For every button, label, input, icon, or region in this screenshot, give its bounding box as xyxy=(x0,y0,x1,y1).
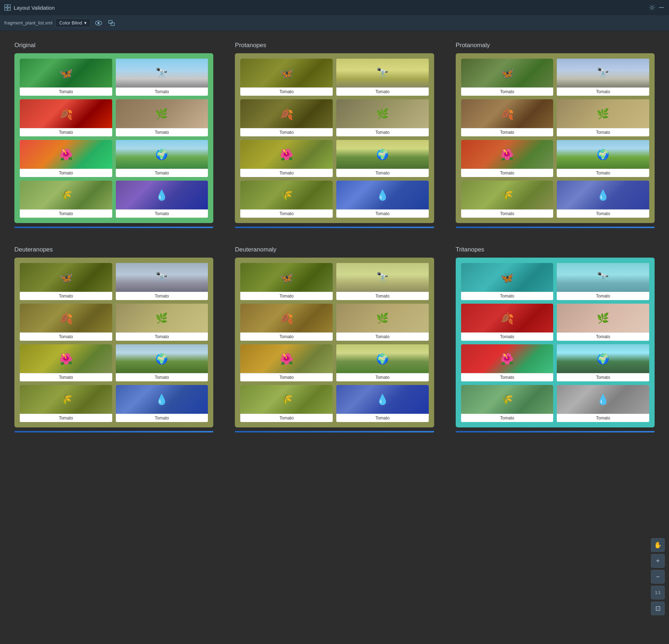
one-to-one-button[interactable]: 1:1 xyxy=(651,586,665,599)
img-card-original-row3-B[interactable]: Tomato xyxy=(116,181,208,218)
title-bar-left: Layout Validation xyxy=(4,4,55,11)
img-thumb-tritanopes-row2-B xyxy=(557,344,649,373)
img-card-deuteranopes-row2-B[interactable]: Tomato xyxy=(116,344,208,381)
settings-icon[interactable] xyxy=(649,4,655,11)
img-thumb-deuteranopes-row3-A xyxy=(20,385,112,414)
img-label-protanopes-row2-B: Tomato xyxy=(336,169,429,177)
img-card-deuteranopes-row1-B[interactable]: Tomato xyxy=(116,304,208,341)
img-label-tritanopes-row1-A: Tomato xyxy=(461,332,554,341)
copy-layout-button[interactable] xyxy=(106,18,117,28)
img-thumb-tritanopes-row2-A xyxy=(461,344,554,373)
img-card-protanomaly-row1-B[interactable]: Tomato xyxy=(557,99,649,136)
img-label-deuteranopes-row2-A: Tomato xyxy=(20,373,112,381)
svg-rect-3 xyxy=(8,8,10,10)
img-card-tritanopes-row2-B[interactable]: Tomato xyxy=(557,344,649,381)
img-label-deuteranomaly-row0-B: Tomato xyxy=(336,292,429,300)
img-card-deuteranomaly-row2-A[interactable]: Tomato xyxy=(240,344,333,381)
img-card-protanopes-row3-B[interactable]: Tomato xyxy=(336,181,429,218)
img-label-deuteranopes-row3-B: Tomato xyxy=(116,414,208,422)
panel-deuteranomaly: DeuteranomalyTomatoTomatoTomatoTomatoTom… xyxy=(235,246,434,432)
img-card-protanopes-row2-A[interactable]: Tomato xyxy=(240,140,333,177)
scroll-indicator-original xyxy=(14,227,213,228)
visibility-toggle-button[interactable] xyxy=(94,19,104,27)
img-thumb-protanopes-row1-B xyxy=(336,99,429,128)
img-card-deuteranopes-row3-A[interactable]: Tomato xyxy=(20,385,112,422)
img-label-protanomaly-row1-B: Tomato xyxy=(557,128,649,136)
fit-icon: ⊡ xyxy=(655,604,661,612)
img-card-tritanopes-row1-B[interactable]: Tomato xyxy=(557,304,649,341)
img-thumb-original-row2-B xyxy=(116,140,208,169)
minimize-icon[interactable] xyxy=(658,4,665,11)
title-bar-right xyxy=(649,4,665,11)
img-card-original-row2-B[interactable]: Tomato xyxy=(116,140,208,177)
img-thumb-protanomaly-row3-A xyxy=(461,181,554,209)
img-card-deuteranopes-row2-A[interactable]: Tomato xyxy=(20,344,112,381)
img-label-deuteranopes-row1-A: Tomato xyxy=(20,332,112,341)
img-card-deuteranopes-row0-A[interactable]: Tomato xyxy=(20,263,112,300)
panel-original: OriginalTomatoTomatoTomatoTomatoTomatoTo… xyxy=(14,42,213,228)
img-thumb-original-row1-A xyxy=(20,99,112,128)
img-thumb-deuteranomaly-row1-A xyxy=(240,304,333,332)
img-label-protanopes-row1-B: Tomato xyxy=(336,128,429,136)
panel-frame-original: TomatoTomatoTomatoTomatoTomatoTomatoToma… xyxy=(14,53,213,223)
img-thumb-deuteranopes-row0-A xyxy=(20,263,112,292)
img-card-deuteranomaly-row0-A[interactable]: Tomato xyxy=(240,263,333,300)
img-card-protanopes-row0-A[interactable]: Tomato xyxy=(240,59,333,96)
zoom-in-button[interactable]: + xyxy=(651,554,665,568)
zoom-out-button[interactable]: − xyxy=(651,570,665,584)
hand-icon: ✋ xyxy=(654,541,662,549)
img-label-protanomaly-row0-A: Tomato xyxy=(461,87,554,96)
img-thumb-deuteranopes-row2-A xyxy=(20,344,112,373)
img-card-protanopes-row1-A[interactable]: Tomato xyxy=(240,99,333,136)
img-card-tritanopes-row1-A[interactable]: Tomato xyxy=(461,304,554,341)
img-card-deuteranomaly-row1-A[interactable]: Tomato xyxy=(240,304,333,341)
main-content: OriginalTomatoTomatoTomatoTomatoTomatoTo… xyxy=(0,31,669,443)
img-card-original-row3-A[interactable]: Tomato xyxy=(20,181,112,218)
img-card-deuteranopes-row1-A[interactable]: Tomato xyxy=(20,304,112,341)
img-card-deuteranomaly-row1-B[interactable]: Tomato xyxy=(336,304,429,341)
img-card-deuteranomaly-row0-B[interactable]: Tomato xyxy=(336,263,429,300)
img-label-original-row3-B: Tomato xyxy=(116,209,208,218)
img-thumb-protanopes-row2-A xyxy=(240,140,333,169)
img-card-original-row1-B[interactable]: Tomato xyxy=(116,99,208,136)
panel-title-tritanopes: Tritanopes xyxy=(456,246,655,253)
img-thumb-tritanopes-row3-B xyxy=(557,385,649,414)
img-card-tritanopes-row3-A[interactable]: Tomato xyxy=(461,385,554,422)
img-card-protanomaly-row2-B[interactable]: Tomato xyxy=(557,140,649,177)
img-card-protanomaly-row0-B[interactable]: Tomato xyxy=(557,59,649,96)
img-card-deuteranopes-row3-B[interactable]: Tomato xyxy=(116,385,208,422)
eye-icon xyxy=(95,21,102,26)
img-card-protanomaly-row1-A[interactable]: Tomato xyxy=(461,99,554,136)
img-label-tritanopes-row2-A: Tomato xyxy=(461,373,554,381)
color-blind-dropdown[interactable]: Color Blind ▾ xyxy=(55,18,91,27)
img-card-deuteranopes-row0-B[interactable]: Tomato xyxy=(116,263,208,300)
img-card-protanomaly-row3-B[interactable]: Tomato xyxy=(557,181,649,218)
img-card-original-row0-A[interactable]: Tomato xyxy=(20,59,112,96)
img-label-protanomaly-row2-B: Tomato xyxy=(557,169,649,177)
dropdown-label: Color Blind xyxy=(59,20,82,26)
img-label-protanopes-row0-A: Tomato xyxy=(240,87,333,96)
img-card-deuteranomaly-row3-B[interactable]: Tomato xyxy=(336,385,429,422)
hand-tool-button[interactable]: ✋ xyxy=(651,538,665,552)
img-card-original-row2-A[interactable]: Tomato xyxy=(20,140,112,177)
img-label-protanomaly-row1-A: Tomato xyxy=(461,128,554,136)
img-card-deuteranomaly-row2-B[interactable]: Tomato xyxy=(336,344,429,381)
img-card-tritanopes-row2-A[interactable]: Tomato xyxy=(461,344,554,381)
img-thumb-tritanopes-row1-B xyxy=(557,304,649,332)
img-card-tritanopes-row0-B[interactable]: Tomato xyxy=(557,263,649,300)
fit-screen-button[interactable]: ⊡ xyxy=(651,602,665,615)
img-card-protanomaly-row2-A[interactable]: Tomato xyxy=(461,140,554,177)
img-card-protanopes-row1-B[interactable]: Tomato xyxy=(336,99,429,136)
img-card-original-row0-B[interactable]: Tomato xyxy=(116,59,208,96)
img-card-tritanopes-row0-A[interactable]: Tomato xyxy=(461,263,554,300)
img-card-protanomaly-row3-A[interactable]: Tomato xyxy=(461,181,554,218)
img-card-original-row1-A[interactable]: Tomato xyxy=(20,99,112,136)
img-card-protanomaly-row0-A[interactable]: Tomato xyxy=(461,59,554,96)
img-card-tritanopes-row3-B[interactable]: Tomato xyxy=(557,385,649,422)
img-card-protanopes-row2-B[interactable]: Tomato xyxy=(336,140,429,177)
scroll-indicator-tritanopes xyxy=(456,431,655,432)
img-card-protanopes-row3-A[interactable]: Tomato xyxy=(240,181,333,218)
img-label-tritanopes-row0-A: Tomato xyxy=(461,292,554,300)
img-card-protanopes-row0-B[interactable]: Tomato xyxy=(336,59,429,96)
img-card-deuteranomaly-row3-A[interactable]: Tomato xyxy=(240,385,333,422)
